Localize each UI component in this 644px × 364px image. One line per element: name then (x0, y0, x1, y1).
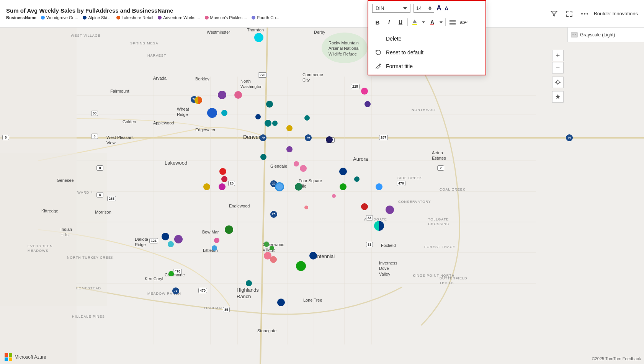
font-color-dropdown-button[interactable] (438, 17, 444, 28)
dot-navy-d1[interactable] (255, 114, 261, 119)
dot-blue-kc[interactable] (212, 245, 217, 251)
dot-navy-aurora[interactable] (339, 168, 347, 175)
legend-item-4: Munson's Pickles ... (205, 15, 247, 20)
delete-menu-item[interactable]: Delete (368, 32, 485, 46)
dot-navy-lt[interactable] (277, 299, 285, 306)
dot-green-gw[interactable] (264, 242, 269, 247)
svg-rect-25 (575, 34, 576, 35)
dot-teal-aurora[interactable] (354, 176, 360, 182)
font-size-selector[interactable]: 14 (414, 4, 434, 13)
legend-name-3: Adventure Works ... (163, 15, 200, 20)
dot-teal-d1[interactable] (265, 120, 271, 127)
fill-color-button[interactable] (409, 17, 420, 28)
diamond-button[interactable] (552, 91, 564, 103)
reset-label: Reset to default (386, 49, 423, 55)
font-selector[interactable]: DIN (372, 4, 410, 13)
dot-pink-glen2[interactable] (300, 165, 307, 172)
underline-button[interactable]: U (395, 17, 406, 28)
zoom-out-button[interactable]: − (552, 62, 564, 73)
shield-470-e: 470 (397, 179, 405, 186)
dot-purple-cons[interactable] (386, 206, 394, 214)
filter-button[interactable] (548, 8, 560, 20)
shield-8s: 8 (96, 191, 103, 198)
shield-8: 8 (96, 164, 103, 171)
align-button[interactable] (447, 17, 458, 28)
dot-westminster[interactable] (254, 33, 263, 42)
dot-pink-aurora-s[interactable] (332, 194, 336, 198)
shield-2: 2 (437, 164, 444, 171)
shield-25-ss: 25 (270, 210, 277, 218)
legend-dot-1 (83, 16, 87, 20)
dot-teal-hr[interactable] (246, 280, 252, 286)
dot-teal-e1[interactable] (304, 115, 310, 121)
dot-pie-wheat[interactable] (195, 96, 202, 104)
dot-magenta-lw[interactable] (219, 183, 226, 190)
font-name: DIN (376, 5, 403, 11)
shield-121: 121 (149, 237, 158, 243)
dot-green-cent[interactable] (296, 261, 306, 271)
dot-blue-aurora[interactable] (376, 183, 382, 190)
dot-navy-dakota[interactable] (162, 233, 169, 240)
dot-pink-engs2[interactable] (270, 256, 277, 263)
dot-green-lit[interactable] (225, 225, 233, 234)
dot-red-lw[interactable] (219, 168, 226, 175)
dot-pink-far-ne[interactable] (361, 88, 368, 95)
shield-58: 58 (91, 109, 98, 116)
dot-purple-dakota[interactable] (174, 235, 183, 243)
dot-red-lw2[interactable] (221, 176, 227, 182)
dot-cyan-dakota[interactable] (168, 241, 174, 247)
layer-item-grayscale[interactable]: Grayscale (Light) (571, 31, 641, 39)
font-decrease-button[interactable]: A (444, 5, 449, 11)
zoom-in-button[interactable]: + (552, 50, 564, 61)
dot-mag-lit[interactable] (214, 238, 219, 243)
more-options-button[interactable] (579, 8, 591, 20)
fmt-sep-2 (445, 18, 446, 26)
menu-items: Delete Reset to default Format title (368, 30, 485, 75)
dot-purple-nw[interactable] (218, 91, 226, 99)
svg-rect-19 (0, 153, 107, 306)
fill-dropdown-button[interactable] (421, 17, 426, 28)
dot-blue-large[interactable] (207, 108, 217, 118)
legend-name-4: Munson's Pickles ... (210, 15, 247, 20)
legend-item-3: Adventure Works ... (158, 15, 200, 20)
legend-name-5: Fourth Co... (257, 15, 279, 20)
dot-gold-lw[interactable] (203, 183, 210, 190)
expand-button[interactable] (563, 8, 575, 20)
dot-navy-287[interactable] (326, 136, 333, 143)
bold-button[interactable]: B (372, 17, 383, 28)
dot-pink-glen[interactable] (294, 161, 299, 166)
svg-rect-36 (5, 353, 8, 357)
dot-teal-d2[interactable] (272, 121, 278, 126)
wordwrap-button[interactable]: ab↵ (459, 17, 469, 28)
dot-cyan-denver[interactable] (221, 110, 227, 116)
dot-gold-d1[interactable] (286, 125, 293, 131)
dot-green-gw2[interactable] (270, 246, 274, 250)
font-increase-button[interactable]: A (436, 4, 442, 12)
shield-470: 470 (198, 286, 207, 293)
header: Sum of Avg Weekly Sales by FullAddress a… (0, 0, 644, 28)
legend-item-5: Fourth Co... (252, 15, 279, 20)
dot-blue-outline[interactable] (275, 182, 284, 191)
map-container[interactable]: Westminster Derby Thornton Rocky Mountai… (0, 0, 644, 364)
dot-dgreen-s[interactable] (295, 183, 302, 191)
dot-pink-ne[interactable] (234, 91, 242, 99)
format-toolbar: B I U A ab↵ (368, 15, 485, 30)
location-button[interactable] (552, 77, 564, 88)
dot-green-e[interactable] (340, 183, 347, 190)
dot-pie-woodgate[interactable] (374, 221, 384, 231)
dot-navy-cent[interactable] (309, 252, 317, 260)
dot-red-s[interactable] (361, 203, 368, 210)
font-color-button[interactable]: A (427, 17, 438, 28)
reset-menu-item[interactable]: Reset to default (368, 46, 485, 59)
italic-button[interactable]: I (384, 17, 394, 28)
azure-label: Microsoft Azure (15, 354, 46, 360)
dot-green-kc[interactable] (168, 271, 174, 276)
legend-name-2: Lakeshore Retail (122, 15, 154, 20)
svg-point-20 (581, 13, 583, 15)
dot-dpurple-ne[interactable] (364, 101, 371, 107)
format-title-menu-item[interactable]: Format title (368, 59, 485, 73)
dot-teal-ne[interactable] (266, 101, 273, 108)
dot-teal-glen[interactable] (260, 154, 266, 160)
dot-pink-eng[interactable] (304, 206, 308, 209)
dot-purple-sw[interactable] (286, 146, 293, 152)
